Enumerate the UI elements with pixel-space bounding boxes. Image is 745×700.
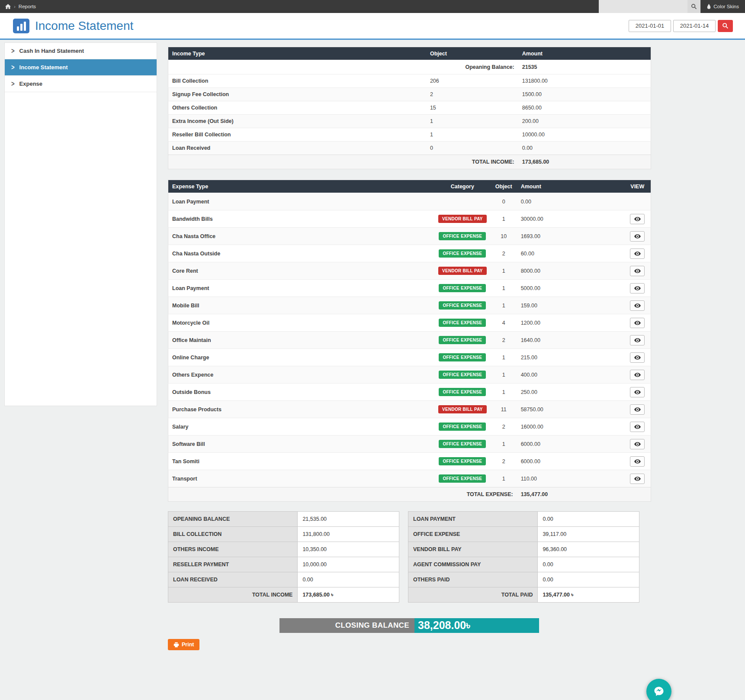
expense-category-cell: OFFICE EXPENSE [434,384,491,401]
view-button[interactable] [630,439,645,449]
income-amount-cell: 0.00 [518,142,651,155]
total-income-label: TOTAL INCOME [168,587,298,603]
view-button[interactable] [630,318,645,328]
view-button[interactable] [630,266,645,276]
sidebar-item-income-statement[interactable]: > Income Statement [5,59,157,76]
expense-type-cell: Tan Somiti [168,453,434,470]
summary-row: RESELLER PAYMENT 10,000.00 [168,557,399,572]
summary-row: AGENT COMMISSION PAY 0.00 [408,557,639,572]
view-button[interactable] [630,404,645,415]
expense-object-cell: 4 [491,314,517,332]
breadcrumb-reports[interactable]: Reports [19,4,36,9]
view-button[interactable] [630,335,645,345]
view-button[interactable] [630,231,645,242]
expense-amount-cell: 1693.00 [517,228,624,245]
category-badge: OFFICE EXPENSE [439,423,486,431]
sidebar-item-label: Income Statement [19,64,68,71]
print-button[interactable]: Print [168,639,199,650]
printer-icon [173,642,179,648]
expense-row: Motorcycle Oil OFFICE EXPENSE 4 1200.00 [168,314,651,332]
color-skins-button[interactable]: Color Skins [700,0,745,13]
view-button[interactable] [630,456,645,467]
expense-category-cell: OFFICE EXPENSE [434,349,491,366]
bar-chart-icon [13,19,29,33]
paid-summary-table: LOAN PAYMENT 0.00 OFFICE EXPENSE 39,117.… [408,511,639,603]
income-amount-cell: 1500.00 [518,88,651,101]
category-badge: VENDOR BILL PAY [438,267,487,275]
income-object-cell: 206 [426,74,518,88]
expense-category-cell: OFFICE EXPENSE [434,314,491,332]
view-button[interactable] [630,370,645,380]
view-button[interactable] [630,474,645,484]
summary-row: VENDOR BILL PAY 96,360.00 [408,542,639,557]
category-badge: OFFICE EXPENSE [439,319,486,327]
column-header-object: Object [491,180,517,193]
date-from-input[interactable] [629,20,671,32]
expense-row: Others Expence OFFICE EXPENSE 1 400.00 [168,366,651,384]
expense-row: Loan Payment OFFICE EXPENSE 1 5000.00 [168,280,651,297]
opening-balance-label: Opeaning Balance: [168,60,518,74]
summary-label-cell: RESELLER PAYMENT [168,557,298,572]
view-button[interactable] [630,214,645,224]
summary-value-cell: 39,117.00 [538,527,639,542]
topbar-search-input[interactable] [599,0,687,13]
report-search-button[interactable] [718,20,733,32]
expense-type-cell: Loan Payment [168,280,434,297]
expense-type-cell: Cha Nasta Office [168,228,434,245]
view-button[interactable] [630,387,645,397]
income-total-value: 173,685.00 [518,155,651,169]
summary-value-cell: 21,535.00 [298,512,399,527]
view-button[interactable] [630,283,645,294]
column-header-category: Category [434,180,491,193]
column-header-view: VIEW [624,180,651,193]
eye-icon [634,373,641,377]
expense-amount-cell: 110.00 [517,470,624,487]
eye-icon [634,390,641,394]
income-total-label: TOTAL INCOME: [168,155,518,169]
expense-amount-cell: 30000.00 [517,210,624,228]
expense-category-cell: OFFICE EXPENSE [434,228,491,245]
sidebar-item-cash-in-hand[interactable]: > Cash In Hand Statement [5,43,157,59]
view-button[interactable] [630,422,645,432]
expense-table: Expense Type Category Object Amount VIEW… [168,180,651,502]
expense-view-cell [624,280,651,297]
expense-object-cell: 2 [491,453,517,470]
view-button[interactable] [630,300,645,311]
column-header-expense-type: Expense Type [168,180,434,193]
opening-balance-row: Opeaning Balance: 21535 [168,60,651,74]
expense-category-cell: OFFICE EXPENSE [434,435,491,453]
category-badge: OFFICE EXPENSE [439,249,486,258]
expense-view-cell [624,435,651,453]
sidebar-item-label: Expense [19,81,42,87]
expense-amount-cell: 1200.00 [517,314,624,332]
income-row: Bill Collection 206 131800.00 [168,74,651,88]
color-skins-label: Color Skins [713,4,739,9]
view-button[interactable] [630,352,645,363]
category-badge: OFFICE EXPENSE [439,301,486,310]
expense-row: Purchase Products VENDOR BILL PAY 11 587… [168,401,651,418]
income-object-cell: 15 [426,101,518,115]
expense-type-cell: Bandwidth Bills [168,210,434,228]
expense-view-cell [624,366,651,384]
expense-type-cell: Cha Nasta Outside [168,245,434,262]
view-button[interactable] [630,248,645,259]
income-amount-cell: 200.00 [518,115,651,128]
summary-row: LOAN RECEIVED 0.00 [168,572,399,587]
income-type-cell: Signup Fee Collection [168,88,426,101]
expense-row: Software Bill OFFICE EXPENSE 1 6000.00 [168,435,651,453]
closing-balance-value: 38,208.00৳ [414,618,539,633]
category-badge: VENDOR BILL PAY [438,215,487,223]
expense-row: Outside Bonus OFFICE EXPENSE 1 250.00 [168,384,651,401]
expense-type-cell: Salary [168,418,434,435]
date-to-input[interactable] [673,20,716,32]
expense-row: Bandwidth Bills VENDOR BILL PAY 1 30000.… [168,210,651,228]
chat-button[interactable] [646,679,671,700]
income-type-cell: Reseller Bill Collection [168,128,426,142]
sidebar-item-expense[interactable]: > Expense [5,76,157,92]
expense-type-cell: Transport [168,470,434,487]
expense-view-cell [624,332,651,349]
home-icon[interactable] [5,4,11,9]
expense-object-cell: 1 [491,262,517,280]
topbar-search-button[interactable] [687,0,700,13]
expense-view-cell [624,384,651,401]
